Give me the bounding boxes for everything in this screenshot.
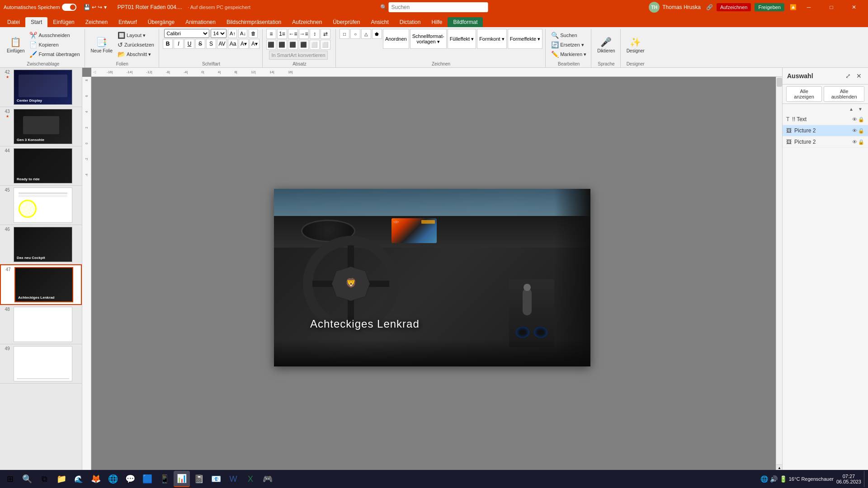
replace-button[interactable]: 🔄 Ersetzen ▾ (549, 40, 588, 49)
start-button[interactable]: ⊞ (2, 471, 18, 487)
sort-up-button[interactable]: ▲ (847, 105, 855, 113)
layout-button[interactable]: 🔲 Layout ▾ (116, 31, 156, 40)
close-button[interactable]: ✕ (844, 0, 864, 14)
new-slide-button[interactable]: 📑 Neue Folie (89, 31, 115, 58)
collapse-ribbon-icon[interactable]: 🔼 (790, 4, 797, 10)
outlook-button[interactable]: 📧 (208, 471, 224, 487)
sort-down-button[interactable]: ▼ (856, 105, 864, 113)
autosave-toggle[interactable] (62, 4, 76, 11)
designer-button[interactable]: ✨ Designer (624, 31, 647, 58)
network-icon[interactable]: 🌐 (760, 475, 768, 483)
select-button[interactable]: ✏️ Markieren ▾ (549, 50, 588, 59)
arrange-button[interactable]: Anordnen (383, 29, 409, 49)
font-increase-button[interactable]: A↑ (228, 29, 237, 38)
indent-less-button[interactable]: ←≡ (288, 29, 298, 39)
tab-zeichnen[interactable]: Zeichnen (80, 17, 113, 27)
onenote-button[interactable]: 📓 (191, 471, 207, 487)
tab-uebergaenge[interactable]: Übergänge (142, 17, 180, 27)
tab-animationen[interactable]: Animationen (180, 17, 221, 27)
show-all-button[interactable]: Alle anzeigen (786, 86, 822, 102)
teams-button[interactable]: 🟦 (139, 471, 156, 487)
tab-ansicht[interactable]: Ansicht (365, 17, 394, 27)
align-right-button[interactable]: ⬛ (288, 40, 298, 50)
search-button[interactable]: 🔍 (19, 471, 35, 487)
shape1-button[interactable]: □ (340, 29, 349, 39)
tab-dictation[interactable]: Dictation (394, 17, 426, 27)
text-visibility-button[interactable]: 👁 (852, 117, 857, 122)
tab-entwurf[interactable]: Entwurf (113, 17, 142, 27)
highlight-color-button[interactable]: A▾ (250, 39, 259, 49)
picture2b-lock-button[interactable]: 🔒 (858, 139, 864, 145)
tab-bildformat[interactable]: Bildformat (448, 17, 483, 27)
columns-button[interactable]: ⬜ (310, 40, 320, 50)
maximize-button[interactable]: □ (821, 0, 842, 14)
direction-button[interactable]: ⇄ (321, 29, 330, 39)
align-center-button[interactable]: ⬛ (277, 40, 287, 50)
record-button[interactable]: Aufzeichnen (717, 3, 751, 11)
slide-canvas[interactable]: ⟳ ◁ ▷ (274, 189, 590, 366)
reset-button[interactable]: ↺ Zurücksetzen (116, 40, 156, 49)
case-button[interactable]: Aa (228, 39, 238, 49)
numbered-list-button[interactable]: 1≡ (277, 29, 287, 39)
tab-einfuegen[interactable]: Einfügen (47, 17, 80, 27)
battery-icon[interactable]: 🔋 (779, 475, 787, 483)
effect-button[interactable]: Formeffekte ▾ (508, 29, 543, 49)
powerpoint-button[interactable]: 📊 (174, 471, 190, 487)
show-desktop-button[interactable] (864, 471, 866, 487)
indent-more-button[interactable]: →≡ (299, 29, 309, 39)
autosave-area[interactable]: Automatisches Speichern (4, 4, 76, 11)
tab-bildschirm[interactable]: Bildschirmpräsentation (221, 17, 287, 27)
tab-aufzeichnen[interactable]: Aufzeichnen (287, 17, 327, 27)
paste-button[interactable]: 📋 Einfügen (5, 31, 27, 58)
dictate-button[interactable]: 🎤 Diktieren (595, 31, 617, 58)
panel-item-text[interactable]: T !! Text 👁 🔒 (783, 114, 868, 125)
search-input[interactable] (389, 2, 488, 12)
hide-all-button[interactable]: Alle ausblenden (824, 86, 864, 102)
find-button[interactable]: 🔍 Suchen (549, 31, 588, 40)
font-decrease-button[interactable]: A↓ (238, 29, 247, 38)
fill-button[interactable]: Fülleffekt ▾ (448, 29, 476, 49)
font-color-button[interactable]: A▾ (239, 39, 249, 49)
slide-item-49[interactable]: 49 (0, 344, 82, 384)
font-size-select[interactable]: 14 (211, 29, 226, 38)
format-paint-button[interactable]: 🖌️ Format übertragen (28, 50, 81, 59)
firefox-button[interactable]: 🦊 (88, 471, 104, 487)
align-left-button[interactable]: ⬛ (266, 40, 276, 50)
underline-button[interactable]: U (184, 39, 194, 49)
text-lock-button[interactable]: 🔒 (858, 117, 864, 122)
explorer-button[interactable]: 📁 (53, 471, 70, 487)
quick-styles-button[interactable]: Schnellformat-vorlagen ▾ (410, 29, 447, 49)
taskbar-clock[interactable]: 07:27 06.05.2023 (836, 474, 861, 484)
canvas-scrollbar-right[interactable]: ▲ ▼ (776, 77, 782, 478)
panel-close-button[interactable]: ✕ (854, 71, 863, 80)
panel-item-picture2b[interactable]: 🖼 Picture 2 👁 🔒 (783, 136, 868, 148)
app6-button[interactable]: 🎮 (259, 471, 276, 487)
picture2b-visibility-button[interactable]: 👁 (852, 139, 857, 145)
shadow-button[interactable]: S (206, 39, 216, 49)
slide-item-48[interactable]: 48 (0, 305, 82, 344)
scrollbar-thumb-right[interactable] (777, 78, 782, 87)
section-button[interactable]: 📂 Abschnitt ▾ (116, 50, 156, 59)
cut-button[interactable]: ✂️ Ausschneiden (28, 31, 81, 40)
browser2-button[interactable]: 🌐 (105, 471, 121, 487)
font-family-select[interactable]: Calibri (164, 29, 209, 38)
tab-ueberpruefen[interactable]: Überprüfen (327, 17, 365, 27)
spacing-button[interactable]: AV (217, 39, 227, 49)
panel-item-picture2a[interactable]: 🖼 Picture 2 👁 🔒 (783, 125, 868, 136)
slide-item-47[interactable]: 47 Achteckiges Lenkrad (0, 264, 82, 305)
shape3-button[interactable]: △ (361, 29, 371, 39)
tab-start[interactable]: Start (25, 17, 47, 27)
strikethrough-button[interactable]: S (195, 39, 205, 49)
edge-button[interactable]: 🌊 (71, 471, 87, 487)
share-button[interactable]: Freigeben (755, 3, 784, 11)
minimize-button[interactable]: ─ (798, 0, 819, 14)
picture2a-visibility-button[interactable]: 👁 (852, 128, 857, 134)
justify-button[interactable]: ⬛ (299, 40, 309, 50)
clear-format-button[interactable]: 🗑 (249, 29, 258, 38)
text-dir-button[interactable]: ⬜ (321, 40, 330, 50)
slide-item-42[interactable]: 42 ★ Center Display (0, 68, 82, 107)
slide-item-45[interactable]: 45 (0, 186, 82, 225)
shape2-button[interactable]: ○ (350, 29, 360, 39)
app5-button[interactable]: 📱 (156, 471, 173, 487)
tab-hilfe[interactable]: Hilfe (426, 17, 448, 27)
